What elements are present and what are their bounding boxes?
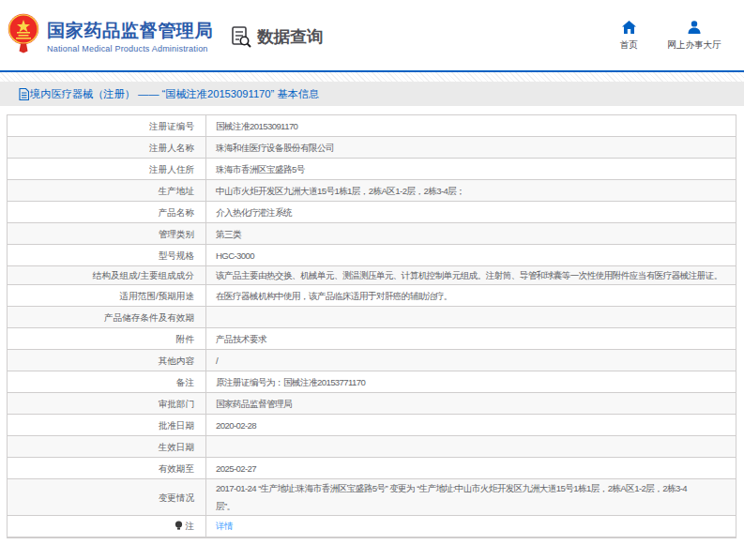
nav-hall[interactable]: 网上办事大厅 (661, 21, 727, 52)
table-row: 注详情 (8, 516, 736, 537)
row-value: 中山市火炬开发区九洲大道15号1栋1层，2栋A区1-2层，2栋3-4层； (206, 180, 736, 202)
nav-home-label: 首页 (610, 39, 647, 52)
row-label: 型号规格 (8, 245, 206, 266)
content-gap (0, 106, 744, 114)
row-label: 附件 (8, 328, 206, 350)
row-value: 国械注准20153091170 (206, 115, 736, 137)
row-value: / (206, 350, 736, 371)
row-value: 该产品主要由热交换、机械单元、测温测压单元、计算机控制单元组成。注射筒、导管和球… (206, 266, 736, 285)
table-row: 注册人名称珠海和佳医疗设备股份有限公司 (8, 137, 736, 159)
table-row: 产品名称介入热化疗灌注系统 (8, 202, 736, 223)
row-value: 介入热化疗灌注系统 (206, 202, 736, 223)
table-row: 注册证编号国械注准20153091170 (8, 115, 736, 137)
row-value: 2025-02-27 (206, 458, 736, 479)
table-row: 备注原注册证编号为：国械注准20153771170 (8, 371, 736, 393)
row-label: 注 (8, 516, 206, 537)
row-label: 其他内容 (8, 350, 206, 371)
row-value: 珠海和佳医疗设备股份有限公司 (206, 137, 736, 159)
row-value: 国家药品监督管理局 (206, 393, 736, 415)
nav-hall-label: 网上办事大厅 (661, 39, 727, 52)
row-label: 批准日期 (8, 415, 206, 436)
table-row: 型号规格HGC-3000 (8, 245, 736, 266)
row-value: HGC-3000 (206, 245, 736, 266)
data-query-icon (230, 25, 252, 48)
table-row: 生效日期 (8, 436, 736, 458)
breadcrumb: 境内医疗器械（注册） —— “国械注准20153091170” 基本信息 (30, 87, 319, 101)
row-value: 2020-02-28 (206, 415, 736, 436)
bulb-icon (175, 521, 183, 530)
row-label: 结构及组成/主要组成成分 (8, 266, 206, 285)
row-label: 注册人名称 (8, 137, 206, 159)
data-query-section: 数据查询 (230, 25, 323, 48)
user-icon (688, 21, 701, 34)
row-value (206, 307, 736, 328)
row-label: 生产地址 (8, 180, 206, 202)
table-row: 生产地址中山市火炬开发区九洲大道15号1栋1层，2栋A区1-2层，2栋3-4层； (8, 180, 736, 202)
table-row: 有效期至2025-02-27 (8, 458, 736, 479)
row-value: 2017-01-24 “生产地址:珠海市香洲区宝盛路5号” 变更为 “生产地址:… (206, 479, 736, 516)
registration-info-table: 注册证编号国械注准20153091170注册人名称珠海和佳医疗设备股份有限公司注… (7, 114, 736, 538)
row-label: 生效日期 (8, 436, 206, 458)
document-icon (19, 88, 29, 100)
data-query-title: 数据查询 (257, 25, 323, 48)
row-label: 产品储存条件及有效期 (8, 307, 206, 328)
row-label: 适用范围/预期用途 (8, 285, 206, 307)
table-row: 注册人住所珠海市香洲区宝盛路5号 (8, 159, 736, 180)
row-value: 产品技术要求 (206, 328, 736, 350)
row-label: 有效期至 (8, 458, 206, 479)
table-row: 管理类别第三类 (8, 223, 736, 245)
row-label: 注册证编号 (8, 115, 206, 137)
hatch-band (0, 72, 744, 82)
row-value (206, 436, 736, 458)
row-label-text: 注 (185, 521, 194, 531)
nav-home[interactable]: 首页 (610, 21, 647, 52)
row-value: 第三类 (206, 223, 736, 245)
row-value: 珠海市香洲区宝盛路5号 (206, 159, 736, 180)
home-icon (622, 21, 636, 34)
breadcrumb-bar: 境内医疗器械（注册） —— “国械注准20153091170” 基本信息 (0, 82, 744, 106)
row-label: 备注 (8, 371, 206, 393)
row-label: 注册人住所 (8, 159, 206, 180)
row-value: 原注册证编号为：国械注准20153771170 (206, 371, 736, 393)
table-row: 审批部门国家药品监督管理局 (8, 393, 736, 415)
row-value: 详情 (206, 516, 736, 537)
table-row: 批准日期2020-02-28 (8, 415, 736, 436)
table-row: 变更情况2017-01-24 “生产地址:珠海市香洲区宝盛路5号” 变更为 “生… (8, 479, 736, 516)
site-header: 国家药品监督管理局 National Medical Products Admi… (0, 0, 744, 70)
table-row: 结构及组成/主要组成成分该产品主要由热交换、机械单元、测温测压单元、计算机控制单… (8, 266, 736, 285)
org-name: 国家药品监督管理局 (47, 20, 213, 42)
org-name-en: National Medical Products Administration (47, 44, 213, 53)
row-label: 管理类别 (8, 223, 206, 245)
table-row: 其他内容/ (8, 350, 736, 371)
row-value: 在医疗器械机构中使用，该产品临床适用于对肝癌的辅助治疗。 (206, 285, 736, 307)
row-label: 变更情况 (8, 479, 206, 516)
row-label: 产品名称 (8, 202, 206, 223)
table-row: 附件产品技术要求 (8, 328, 736, 350)
detail-link[interactable]: 详情 (216, 521, 233, 531)
row-label: 审批部门 (8, 393, 206, 415)
table-row: 适用范围/预期用途在医疗器械机构中使用，该产品临床适用于对肝癌的辅助治疗。 (8, 285, 736, 307)
table-row: 产品储存条件及有效期 (8, 307, 736, 328)
nmpa-emblem-logo (8, 12, 39, 54)
